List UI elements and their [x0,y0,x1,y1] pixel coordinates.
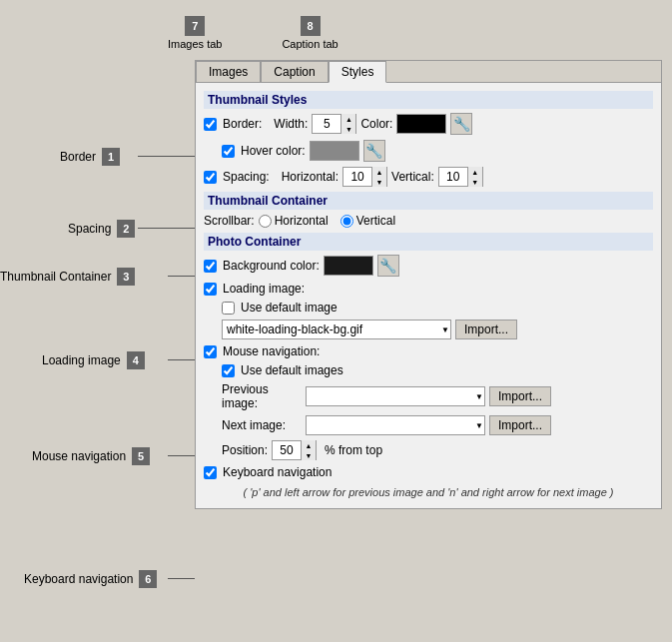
bg-color-eyedropper[interactable]: 🔧 [377,255,399,277]
tabs-row: Images Caption Styles [196,61,661,83]
tab-caption[interactable]: Caption [261,61,328,82]
left-label-spacing: Spacing 2 [68,220,135,238]
horizontal-input[interactable] [343,168,371,186]
vertical-spinbox: ▲ ▼ [438,167,483,187]
loading-image-checkbox[interactable] [204,283,217,296]
loading-connector [168,359,195,360]
vertical-radio[interactable] [340,215,353,228]
left-label-thumb-container: Thumbnail Container 3 [0,268,135,286]
mouse-nav-connector [168,455,195,456]
spacing-left-text: Spacing [68,222,111,236]
thumb-container-connector [168,276,195,277]
main-container: 7 Images tab 8 Caption tab Images Captio… [0,0,672,642]
position-suffix: % from top [325,443,382,457]
vertical-radio-label: Vertical [356,214,395,228]
border-badge: 1 [102,148,120,166]
position-row: Position: ▲ ▼ % from top [204,440,653,460]
position-spinbox: ▲ ▼ [272,440,317,460]
hover-color-swatch[interactable] [310,141,359,161]
bg-color-row: Background color: 🔧 [204,255,653,277]
width-spinbox: ▲ ▼ [312,114,356,134]
horizontal-radio-item: Horizontal [259,214,329,228]
next-import-button[interactable]: Import... [489,415,551,435]
images-tab-annotation: 7 Images tab [168,16,222,50]
bg-color-label: Background color: [223,259,320,273]
spacing-label: Spacing: [223,170,270,184]
vertical-arrows: ▲ ▼ [467,167,482,187]
left-label-mouse-nav: Mouse navigation 5 [32,447,150,465]
keyboard-nav-connector [168,578,195,579]
keyboard-nav-label: Keyboard navigation [223,465,332,479]
hover-color-eyedropper[interactable]: 🔧 [363,140,385,162]
prev-select-wrapper: ▼ [306,386,485,406]
border-color-swatch[interactable] [396,114,446,134]
bg-color-checkbox[interactable] [204,260,217,273]
border-label: Border: [223,117,262,131]
position-arrows: ▲ ▼ [301,440,316,460]
images-tab-label: Images tab [168,38,222,50]
position-input[interactable] [273,441,301,459]
mouse-nav-checkbox[interactable] [204,345,217,358]
horizontal-radio-label: Horizontal [275,214,329,228]
horizontal-spinbox: ▲ ▼ [342,167,387,187]
loading-image-label: Loading image: [223,282,305,296]
bg-color-swatch[interactable] [324,256,373,276]
horizontal-radio[interactable] [259,215,272,228]
use-default-row: Use default image [204,301,653,315]
vertical-up[interactable]: ▲ [468,167,482,177]
keyboard-nav-left-text: Keyboard navigation [24,572,133,586]
thumbnail-styles-header: Thumbnail Styles [204,91,653,109]
next-select-wrapper: ▼ [306,415,485,435]
keyboard-nav-checkbox[interactable] [204,466,217,479]
hover-color-checkbox[interactable] [222,145,235,158]
spacing-row: Spacing: Horizontal: ▲ ▼ Vertical: ▲ ▼ [204,167,653,187]
photo-container-header: Photo Container [204,233,653,251]
scrollbar-row: Scrollbar: Horizontal Vertical [204,214,653,228]
thumb-container-left-text: Thumbnail Container [0,270,111,284]
horizontal-arrows: ▲ ▼ [371,167,386,187]
width-down[interactable]: ▼ [341,124,355,134]
prev-import-button[interactable]: Import... [489,386,551,406]
position-label: Position: [222,443,268,457]
border-row: Border: Width: ▲ ▼ Color: 🔧 [204,113,653,135]
mouse-nav-label: Mouse navigation: [223,344,320,358]
loading-import-button[interactable]: Import... [455,320,517,339]
prev-image-select[interactable] [306,386,485,406]
vertical-input[interactable] [439,168,467,186]
vertical-down[interactable]: ▼ [468,177,482,187]
tab-images[interactable]: Images [196,61,261,82]
color-label: Color: [360,117,392,131]
horizontal-down[interactable]: ▼ [372,177,386,187]
panel-content: Thumbnail Styles Border: Width: ▲ ▼ Colo… [196,83,661,508]
border-color-eyedropper[interactable]: 🔧 [450,113,472,135]
tab-styles[interactable]: Styles [329,61,387,83]
position-up[interactable]: ▲ [302,440,316,450]
mouse-nav-badge: 5 [132,447,150,465]
loading-file-select[interactable]: white-loading-black-bg.gif [222,320,451,339]
border-checkbox[interactable] [204,118,217,131]
keyboard-nav-badge: 6 [139,570,157,588]
width-up[interactable]: ▲ [341,114,355,124]
next-image-select[interactable] [306,415,485,435]
spacing-connector [138,228,195,229]
border-connector [138,156,195,157]
hover-color-row: Hover color: 🔧 [204,140,653,162]
left-label-loading: Loading image 4 [42,351,145,369]
spacing-checkbox[interactable] [204,171,217,184]
spacing-badge: 2 [117,220,135,238]
use-default-images-checkbox[interactable] [222,364,235,377]
thumbnail-container-header: Thumbnail Container [204,192,653,210]
position-down[interactable]: ▼ [302,450,316,460]
scrollbar-radio-group: Horizontal Vertical [259,214,395,228]
use-default-checkbox[interactable] [222,302,235,315]
loading-badge: 4 [127,351,145,369]
thumb-container-badge: 3 [117,268,135,286]
caption-tab-annotation: 8 Caption tab [282,16,337,50]
loading-left-text: Loading image [42,353,121,367]
left-label-keyboard-nav: Keyboard navigation 6 [24,570,157,588]
left-label-border: Border 1 [60,148,120,166]
horizontal-up[interactable]: ▲ [372,167,386,177]
use-default-images-label: Use default images [241,363,343,377]
next-image-row: Next image: ▼ Import... [204,415,653,435]
width-input[interactable] [313,115,340,133]
